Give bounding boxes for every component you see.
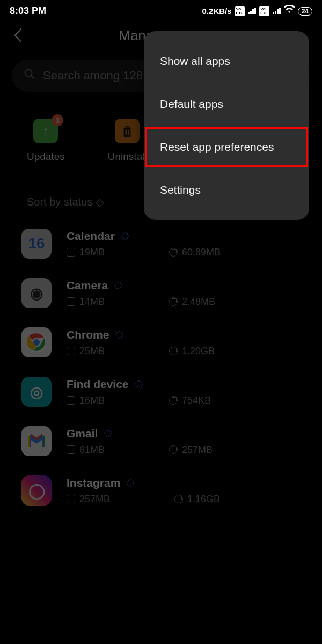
overflow-menu: Show all appsDefault appsReset app prefe… — [144, 31, 309, 220]
storage-icon — [169, 347, 178, 355]
app-row[interactable]: Gmail61MB257MB — [21, 416, 301, 466]
wifi-icon — [284, 5, 295, 17]
menu-item[interactable]: Settings — [144, 169, 309, 211]
chip-icon — [67, 347, 75, 355]
app-icon: 16 — [21, 229, 52, 259]
updates-icon: ↑ 3 — [33, 119, 58, 143]
tool-updates[interactable]: ↑ 3 Updates — [27, 119, 65, 163]
storage-stat: 257MB — [169, 444, 213, 456]
app-icon: ◉ — [21, 278, 52, 308]
storage-stat: 60.89MB — [169, 247, 221, 258]
loading-icon — [135, 380, 143, 388]
loading-icon — [114, 282, 122, 289]
back-icon[interactable] — [13, 27, 23, 47]
app-name: Instagram — [67, 477, 120, 489]
updates-label: Updates — [27, 151, 65, 163]
status-bar: 8:03 PM 0.2KB/s VoLTE VoLTE 24 — [0, 0, 322, 20]
app-name: Calendar — [67, 230, 115, 243]
loading-icon — [115, 331, 123, 339]
app-body: Camera14MB2.48MB — [67, 279, 301, 308]
signal-icon-2 — [273, 8, 281, 14]
volte-icon-2: VoLTE — [259, 6, 269, 16]
storage-stat: 2.48MB — [169, 296, 215, 308]
storage-icon — [169, 248, 178, 257]
app-row[interactable]: 16Calendar19MB60.89MB — [21, 219, 301, 268]
ram-stat: 19MB — [67, 247, 105, 258]
app-body: Find device16MB754KB — [67, 378, 301, 406]
chip-icon — [67, 248, 75, 257]
app-list: 16Calendar19MB60.89MB◉Camera14MB2.48MBCh… — [0, 214, 322, 515]
app-body: Chrome25MB1.20GB — [67, 328, 301, 357]
ram-stat: 257MB — [67, 494, 110, 505]
app-name: Camera — [67, 279, 108, 292]
app-row[interactable]: ◉Camera14MB2.48MB — [21, 268, 301, 318]
storage-icon — [169, 445, 178, 454]
chip-icon — [67, 396, 75, 405]
status-right: 0.2KB/s VoLTE VoLTE 24 — [202, 5, 312, 17]
app-icon — [21, 327, 52, 357]
menu-item[interactable]: Reset app preferences — [144, 126, 309, 169]
chip-icon — [67, 445, 75, 454]
app-body: Calendar19MB60.89MB — [67, 230, 301, 258]
ram-stat: 16MB — [67, 395, 105, 406]
app-row[interactable]: Chrome25MB1.20GB — [21, 318, 301, 367]
app-icon: ◎ — [21, 377, 52, 407]
loading-icon — [121, 232, 129, 240]
uninstall-icon — [115, 119, 140, 143]
uninstall-label: Uninstall — [108, 151, 147, 163]
app-row[interactable]: ◯Instagram257MB1.16GB — [21, 466, 301, 515]
app-body: Gmail61MB257MB — [67, 427, 301, 456]
updates-badge: 3 — [52, 114, 63, 126]
app-body: Instagram257MB1.16GB — [67, 477, 301, 505]
loading-icon — [127, 479, 134, 487]
menu-item[interactable]: Show all apps — [144, 40, 309, 83]
storage-stat: 1.20GB — [169, 346, 215, 357]
app-name: Find device — [67, 378, 129, 391]
app-icon — [21, 426, 52, 456]
net-speed: 0.2KB/s — [202, 6, 232, 16]
menu-item[interactable]: Default apps — [144, 83, 309, 126]
ram-stat: 61MB — [67, 444, 105, 456]
app-icon: ◯ — [21, 475, 52, 506]
volte-icon-1: VoLTE — [235, 6, 245, 16]
chip-icon — [67, 495, 75, 503]
app-name: Chrome — [67, 328, 109, 341]
app-name: Gmail — [67, 427, 98, 440]
svg-point-0 — [25, 70, 32, 77]
signal-icon-1 — [248, 8, 256, 14]
battery-icon: 24 — [298, 7, 312, 16]
tool-uninstall[interactable]: Uninstall — [108, 119, 147, 163]
loading-icon — [104, 430, 112, 437]
sort-icon: ◇ — [96, 196, 104, 208]
sort-label: Sort by status — [27, 196, 92, 208]
chip-icon — [67, 297, 75, 306]
ram-stat: 14MB — [67, 296, 105, 308]
app-row[interactable]: ◎Find device16MB754KB — [21, 367, 301, 416]
storage-icon — [169, 396, 178, 405]
status-time: 8:03 PM — [10, 5, 46, 17]
storage-icon — [174, 495, 183, 503]
svg-line-1 — [31, 76, 34, 79]
storage-icon — [169, 297, 178, 306]
storage-stat: 1.16GB — [174, 494, 220, 505]
storage-stat: 754KB — [169, 395, 211, 406]
search-icon — [24, 68, 35, 83]
ram-stat: 25MB — [67, 346, 105, 357]
